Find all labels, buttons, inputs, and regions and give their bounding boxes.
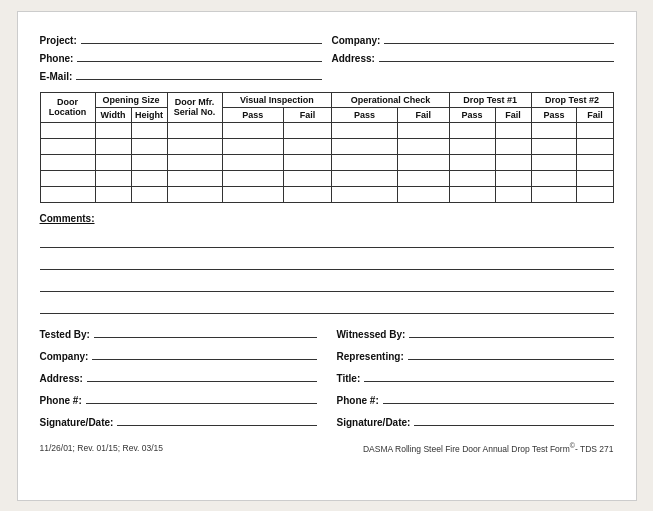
col-visual-fail: Fail xyxy=(283,107,331,122)
signature-date2-label: Signature/Date: xyxy=(337,417,411,428)
tested-by-line[interactable] xyxy=(94,324,317,338)
company-sig-line[interactable] xyxy=(92,346,316,360)
email-field: E-Mail: xyxy=(40,66,322,82)
phone-sig-label: Phone #: xyxy=(40,395,82,406)
witnessed-by-label: Witnessed By: xyxy=(337,329,406,340)
address-sig-row: Address: xyxy=(40,368,317,384)
company-label: Company: xyxy=(332,35,381,46)
comments-label: Comments: xyxy=(40,213,614,224)
address-input-line[interactable] xyxy=(379,48,614,62)
signature-date-row: Signature/Date: xyxy=(40,412,317,428)
footer-title: DASMA Rolling Steel Fire Door Annual Dro… xyxy=(363,442,614,454)
comment-line-3[interactable] xyxy=(40,274,614,292)
inspection-table: Door Location Opening Size Door Mfr. Ser… xyxy=(40,92,614,203)
table-row[interactable] xyxy=(40,122,613,138)
footer-revision: 11/26/01; Rev. 01/15; Rev. 03/15 xyxy=(40,443,164,453)
comment-line-1[interactable] xyxy=(40,230,614,248)
tested-by-row: Tested By: xyxy=(40,324,317,340)
col-operational: Operational Check xyxy=(332,92,450,107)
phone2-sig-line[interactable] xyxy=(383,390,614,404)
phone-label: Phone: xyxy=(40,53,74,64)
header-fields: Project: Company: Phone: Address: E-Mail… xyxy=(40,30,614,82)
col-visual-pass: Pass xyxy=(222,107,283,122)
company-field: Company: xyxy=(332,30,614,46)
col-door-location: Door Location xyxy=(40,92,95,122)
col-op-fail: Fail xyxy=(397,107,449,122)
project-field: Project: xyxy=(40,30,322,46)
footer: 11/26/01; Rev. 01/15; Rev. 03/15 DASMA R… xyxy=(40,442,614,454)
signature-date2-line[interactable] xyxy=(414,412,613,426)
col-width: Width xyxy=(95,107,131,122)
representing-row: Representing: xyxy=(337,346,614,362)
form-page: Project: Company: Phone: Address: E-Mail… xyxy=(17,11,637,501)
address-label: Address: xyxy=(332,53,375,64)
phone2-sig-row: Phone #: xyxy=(337,390,614,406)
representing-label: Representing: xyxy=(337,351,404,362)
table-row[interactable] xyxy=(40,186,613,202)
col-opening-size: Opening Size xyxy=(95,92,167,107)
phone-sig-row: Phone #: xyxy=(40,390,317,406)
title-label: Title: xyxy=(337,373,361,384)
tested-by-label: Tested By: xyxy=(40,329,90,340)
signature-date-label: Signature/Date: xyxy=(40,417,114,428)
col-door-mfr: Door Mfr. Serial No. xyxy=(167,92,222,122)
project-label: Project: xyxy=(40,35,77,46)
signature-section: Tested By: Witnessed By: Company: Repres… xyxy=(40,324,614,428)
table-row[interactable] xyxy=(40,138,613,154)
witnessed-by-line[interactable] xyxy=(409,324,613,338)
col-visual: Visual Inspection xyxy=(222,92,332,107)
company-input-line[interactable] xyxy=(384,30,613,44)
witnessed-by-row: Witnessed By: xyxy=(337,324,614,340)
address-field: Address: xyxy=(332,48,614,64)
col-drop1-pass: Pass xyxy=(449,107,495,122)
table-row[interactable] xyxy=(40,154,613,170)
title-line[interactable] xyxy=(364,368,613,382)
representing-line[interactable] xyxy=(408,346,614,360)
col-drop1: Drop Test #1 xyxy=(449,92,531,107)
col-drop1-fail: Fail xyxy=(495,107,531,122)
phone-field: Phone: xyxy=(40,48,322,64)
email-input-line[interactable] xyxy=(76,66,321,80)
phone-input-line[interactable] xyxy=(77,48,321,62)
signature-date-line[interactable] xyxy=(117,412,316,426)
col-drop2: Drop Test #2 xyxy=(531,92,613,107)
title-row: Title: xyxy=(337,368,614,384)
comment-line-4[interactable] xyxy=(40,296,614,314)
company-sig-row: Company: xyxy=(40,346,317,362)
col-op-pass: Pass xyxy=(332,107,398,122)
signature-date2-row: Signature/Date: xyxy=(337,412,614,428)
col-drop2-fail: Fail xyxy=(577,107,613,122)
company-sig-label: Company: xyxy=(40,351,89,362)
comment-line-2[interactable] xyxy=(40,252,614,270)
comments-section: Comments: xyxy=(40,213,614,314)
col-height: Height xyxy=(131,107,167,122)
project-input-line[interactable] xyxy=(81,30,322,44)
table-row[interactable] xyxy=(40,170,613,186)
email-label: E-Mail: xyxy=(40,71,73,82)
phone2-sig-label: Phone #: xyxy=(337,395,379,406)
address-sig-line[interactable] xyxy=(87,368,317,382)
phone-sig-line[interactable] xyxy=(86,390,317,404)
address-sig-label: Address: xyxy=(40,373,83,384)
col-drop2-pass: Pass xyxy=(531,107,577,122)
